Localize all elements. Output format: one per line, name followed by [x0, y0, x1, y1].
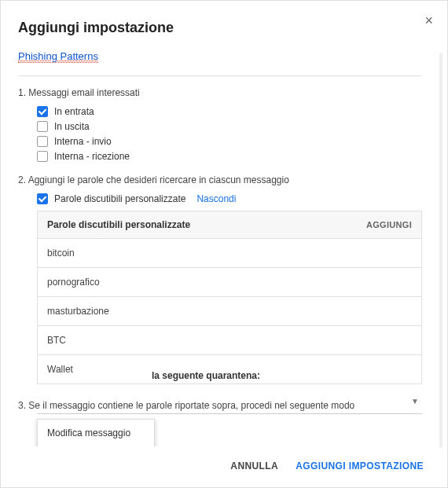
word-row[interactable]: BTC: [38, 326, 421, 355]
section3: 3. Se il messaggio contiene le parole ri…: [18, 400, 422, 414]
confirm-button[interactable]: AGGIUNGI IMPOSTAZIONE: [296, 460, 424, 471]
section2: 2. Aggiungi le parole che desideri ricer…: [18, 174, 422, 384]
dialog-content: Phishing Patterns 1. Messaggi email inte…: [18, 50, 430, 446]
word-row[interactable]: masturbazione: [38, 297, 421, 326]
checkbox-label: In uscita: [54, 121, 90, 132]
custom-words-label: Parole discutibili personalizzate: [54, 193, 185, 204]
word-row[interactable]: bitcoin: [38, 239, 421, 268]
checkbox-label: Interna - invio: [54, 136, 112, 147]
table-header-title: Parole discutibili personalizzate: [47, 219, 190, 230]
custom-words-table: Parole discutibili personalizzate AGGIUN…: [37, 211, 422, 384]
checkbox[interactable]: [37, 106, 48, 117]
action-menu: Modifica messaggioRifiuta messaggioMetti…: [37, 419, 155, 446]
cancel-button[interactable]: ANNULLA: [230, 460, 278, 471]
scrollbar-track[interactable]: [439, 53, 442, 448]
dialog-footer: ANNULLA AGGIUNGI IMPOSTAZIONE: [18, 446, 430, 475]
close-button[interactable]: ×: [424, 13, 433, 28]
checkbox-label: In entrata: [54, 106, 94, 117]
word-row[interactable]: pornografico: [38, 268, 421, 297]
action-menu-item[interactable]: Modifica messaggio: [38, 420, 154, 446]
checkbox[interactable]: [37, 136, 48, 147]
quarantine-label: la seguente quarantena:: [152, 370, 422, 381]
affected-messages-option[interactable]: In entrata: [37, 106, 422, 117]
hide-link[interactable]: Nascondi: [196, 193, 236, 204]
add-word-button[interactable]: AGGIUNGI: [366, 220, 412, 229]
add-setting-dialog: × Aggiungi impostazione Phishing Pattern…: [0, 0, 448, 488]
affected-messages-option[interactable]: Interna - ricezione: [37, 151, 422, 162]
affected-messages-option[interactable]: Interna - invio: [37, 136, 422, 147]
setting-name-text: Phishing Patterns: [18, 50, 98, 63]
custom-words-toggle-row: Parole discutibili personalizzate Nascon…: [37, 193, 422, 204]
custom-words-checkbox[interactable]: [37, 193, 48, 204]
checkbox-label: Interna - ricezione: [54, 151, 130, 162]
checkbox[interactable]: [37, 151, 48, 162]
chevron-down-icon: ▼: [411, 397, 419, 405]
setting-name-field[interactable]: Phishing Patterns: [18, 50, 422, 76]
dialog-title: Aggiungi impostazione: [18, 20, 430, 36]
affected-messages-option[interactable]: In uscita: [37, 121, 422, 132]
table-header-row: Parole discutibili personalizzate AGGIUN…: [38, 211, 421, 239]
checkbox[interactable]: [37, 121, 48, 132]
section2-label: 2. Aggiungi le parole che desideri ricer…: [18, 174, 422, 185]
section1-label: 1. Messaggi email interessati: [18, 87, 422, 98]
